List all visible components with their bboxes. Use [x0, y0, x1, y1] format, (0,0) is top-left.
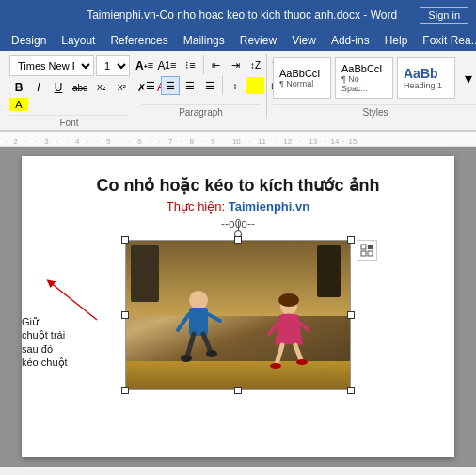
resize-handle-middle-right[interactable] [347, 311, 355, 319]
highlight-button[interactable]: A [9, 98, 28, 111]
resize-handle-top-middle[interactable] [234, 236, 242, 244]
svg-point-17 [296, 359, 308, 365]
italic-button[interactable]: I [29, 78, 48, 97]
menu-layout[interactable]: Layout [54, 32, 103, 49]
subtitle-site: Taimienphi.vn [229, 199, 309, 214]
document-page: Co nhỏ hoặc kéo to kích thước ảnh Thực h… [22, 156, 454, 457]
svg-point-16 [270, 363, 281, 369]
image-container[interactable]: ↻ [125, 240, 351, 390]
svg-rect-20 [361, 251, 366, 256]
image[interactable] [125, 240, 351, 390]
document-title: Co nhỏ hoặc kéo to kích thước ảnh [50, 175, 426, 196]
increase-indent-button[interactable]: ⇥ [227, 55, 246, 74]
strikethrough-button[interactable]: abc [69, 78, 91, 97]
menu-help[interactable]: Help [377, 32, 416, 49]
resize-handle-bottom-middle[interactable] [234, 387, 242, 394]
style-heading1-preview: AaBb [404, 66, 438, 81]
style-heading1-label: Heading 1 [404, 81, 442, 90]
child-right-figure [265, 289, 312, 369]
multilevel-list-button[interactable]: ⁝≡ [182, 55, 200, 74]
menu-design[interactable]: Design [4, 32, 54, 49]
resize-handle-bottom-right[interactable] [347, 387, 355, 394]
svg-line-13 [295, 345, 301, 360]
resize-handle-top-right[interactable] [347, 236, 355, 244]
resize-handle-bottom-left[interactable] [121, 387, 129, 394]
superscript-button[interactable]: X² [112, 78, 131, 97]
line-spacing-button[interactable]: ↕ [226, 76, 245, 95]
justify-button[interactable]: ☰ [200, 76, 219, 95]
document-subtitle: Thực hiện: Taimienphi.vn [50, 199, 426, 214]
style-heading1[interactable]: AaBb Heading 1 [397, 57, 455, 99]
rotate-line [238, 221, 239, 230]
svg-point-11 [278, 293, 299, 307]
sort-button[interactable]: ↕Z [246, 55, 265, 74]
menu-mailings[interactable]: Mailings [176, 32, 232, 49]
underline-button[interactable]: U [49, 78, 68, 97]
ruler-content: · 2 · · 3 · · 4 · · 5 · · 6 · · 7 · 8 · … [4, 132, 472, 146]
bullet-list-button[interactable]: ≡ [141, 55, 160, 74]
resize-handle-middle-left[interactable] [121, 311, 129, 319]
layout-icon-svg [360, 244, 373, 257]
align-center-button[interactable]: ☰ [161, 76, 180, 95]
shading-button[interactable] [246, 77, 264, 94]
svg-line-1 [50, 282, 97, 320]
svg-rect-18 [361, 245, 366, 249]
window-title: Taimienphi.vn-Co nho hoac keo to kich th… [64, 8, 420, 22]
style-nospacing-preview: AaBbCcI [341, 63, 382, 74]
document-area: Co nhỏ hoặc kéo to kích thước ảnh Thực h… [0, 147, 476, 467]
styles-section-label: Styles [273, 104, 476, 118]
align-left-button[interactable]: ☰ [141, 76, 160, 95]
font-section: Times New Roman 12 A+ A- B I U abc X₂ X² [4, 54, 135, 130]
sign-in-button[interactable]: Sign in [420, 7, 468, 24]
style-normal-label: ¶ Normal [279, 79, 313, 88]
resize-handle-top-left[interactable] [121, 236, 129, 244]
decrease-indent-button[interactable]: ⇤ [207, 55, 226, 74]
subscript-button[interactable]: X₂ [92, 78, 111, 97]
svg-point-2 [189, 291, 208, 309]
child-left-figure [173, 281, 225, 366]
svg-line-12 [277, 345, 282, 364]
font-family-select[interactable]: Times New Roman [9, 55, 94, 76]
svg-line-4 [187, 334, 194, 356]
layout-options-icon[interactable] [357, 240, 377, 261]
font-section-label: Font [9, 115, 129, 128]
align-right-button[interactable]: ☰ [181, 76, 199, 95]
menu-foxit[interactable]: Foxit Rea... [415, 32, 476, 49]
menu-view[interactable]: View [284, 32, 324, 49]
style-no-spacing[interactable]: AaBbCcI ¶ No Spac... [335, 57, 393, 99]
svg-point-8 [181, 355, 192, 362]
svg-rect-19 [368, 245, 373, 249]
style-normal-preview: AaBbCcI [279, 68, 320, 79]
annotation-text: Giữ chuột trái sau đó kéo chuột [22, 315, 87, 369]
paragraph-section-label: Paragraph [141, 104, 261, 118]
svg-rect-21 [368, 251, 373, 256]
ruler: · 2 · · 3 · · 4 · · 5 · · 6 · · 7 · 8 · … [0, 132, 476, 147]
paragraph-section: ≡ 1≡ ⁝≡ ⇤ ⇥ ↕Z ¶ ☰ ☰ ☰ ☰ ↕ [135, 54, 267, 119]
menu-review[interactable]: Review [232, 32, 284, 49]
svg-line-5 [203, 334, 211, 352]
font-size-select[interactable]: 12 [96, 55, 130, 76]
menu-references[interactable]: References [103, 32, 175, 49]
bold-button[interactable]: B [9, 78, 28, 97]
ribbon: Times New Roman 12 A+ A- B I U abc X₂ X² [0, 51, 476, 132]
numbered-list-button[interactable]: 1≡ [161, 55, 181, 74]
style-nospacing-label: ¶ No Spac... [341, 74, 387, 93]
styles-section: AaBbCcI ¶ Normal AaBbCcI ¶ No Spac... Aa… [267, 54, 476, 119]
style-normal[interactable]: AaBbCcI ¶ Normal [273, 57, 331, 99]
svg-line-7 [208, 314, 220, 321]
subtitle-static: Thực hiện: [167, 199, 225, 214]
svg-rect-3 [189, 308, 208, 336]
menu-addins[interactable]: Add-ins [324, 32, 377, 49]
more-styles-button[interactable]: ▾ [459, 57, 476, 99]
svg-line-6 [178, 314, 189, 330]
menu-bar: Design Layout References Mailings Review… [0, 30, 476, 51]
title-bar: Taimienphi.vn-Co nho hoac keo to kich th… [0, 0, 476, 30]
svg-point-9 [206, 350, 217, 357]
